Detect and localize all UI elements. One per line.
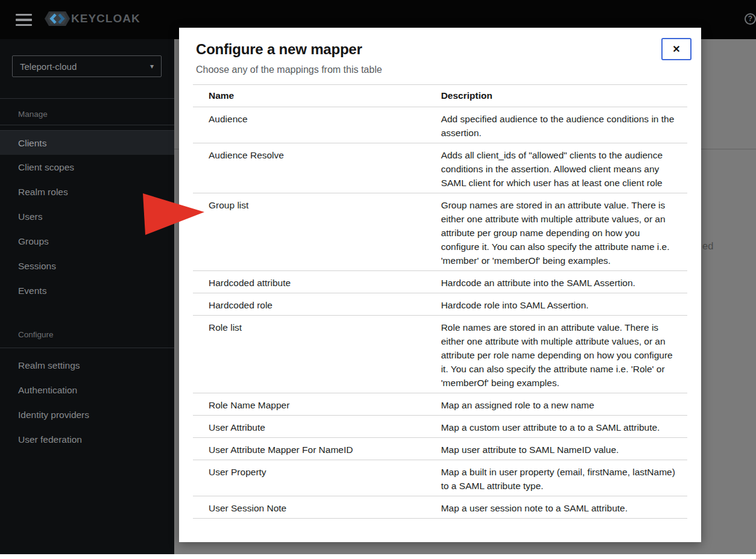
sidebar-item-authentication[interactable]: Authentication (0, 378, 174, 402)
mapper-table-wrap: Name Description AudienceAdd specified a… (193, 84, 687, 519)
logo-wordmark: KEYCLOAK (71, 12, 140, 25)
mapper-description-cell: Role names are stored in an attribute va… (425, 316, 687, 393)
table-row[interactable]: Role Name MapperMap an assigned role to … (193, 393, 687, 416)
table-header-row: Name Description (193, 85, 687, 107)
table-row[interactable]: Audience ResolveAdds all client_ids of "… (193, 143, 687, 193)
mapper-name-cell: Audience (193, 107, 425, 143)
mapper-description-cell: Map a user session note to a SAML attrib… (425, 496, 687, 519)
table-row[interactable]: Hardcoded attributeHardcode an attribute… (193, 271, 687, 293)
table-row[interactable]: Group listGroup names are stored in an a… (193, 193, 687, 271)
mapper-description-cell: Map user attribute to SAML NameID value. (425, 438, 687, 460)
mapper-table: Name Description AudienceAdd specified a… (193, 84, 687, 519)
mapper-description-cell: Map an assigned role to a new name (425, 393, 687, 416)
nav-group-configure: Realm settingsAuthenticationIdentity pro… (0, 353, 174, 452)
close-icon[interactable]: ✕ (661, 38, 691, 60)
mapper-description-cell: Hardcode role into SAML Assertion. (425, 293, 687, 316)
mapper-name-cell: Role Name Mapper (193, 393, 425, 416)
sidebar-item-client-scopes[interactable]: Client scopes (0, 155, 174, 180)
table-row[interactable]: Hardcoded roleHardcode role into SAML As… (193, 293, 687, 316)
modal-title: Configure a new mapper (196, 41, 653, 58)
sidebar-item-users[interactable]: Users (0, 204, 174, 229)
table-row[interactable]: AudienceAdd specified audience to the au… (193, 107, 687, 143)
column-header-name: Name (193, 85, 425, 107)
sidebar-item-clients[interactable]: Clients (0, 130, 174, 155)
sidebar-divider (0, 125, 174, 125)
mapper-name-cell: Audience Resolve (193, 143, 425, 193)
mapper-name-cell: User Attribute (193, 416, 425, 438)
modal-header: Configure a new mapper Choose any of the… (179, 28, 701, 75)
sidebar-divider (0, 98, 174, 99)
mapper-description-cell: Add specified audience to the audience c… (425, 107, 687, 143)
chevron-down-icon: ▾ (150, 62, 154, 70)
sidebar-item-groups[interactable]: Groups (0, 229, 174, 254)
hamburger-menu-icon[interactable] (16, 14, 32, 26)
mapper-description-cell: Map a custom user attribute to a to a SA… (425, 416, 687, 438)
mapper-name-cell: Role list (193, 316, 425, 393)
sidebar-divider (0, 348, 174, 348)
mapper-description-cell: Adds all client_ids of "allowed" clients… (425, 143, 687, 193)
table-row[interactable]: User AttributeMap a custom user attribut… (193, 416, 687, 438)
sidebar-item-user-federation[interactable]: User federation (0, 427, 174, 452)
table-row[interactable]: User Attribute Mapper For NameIDMap user… (193, 438, 687, 460)
sidebar-item-sessions[interactable]: Sessions (0, 254, 174, 278)
mapper-name-cell: User Session Note (193, 496, 425, 519)
mapper-name-cell: User Attribute Mapper For NameID (193, 438, 425, 460)
table-row[interactable]: User PropertyMap a built in user propert… (193, 460, 687, 496)
realm-selector-value: Teleport-cloud (20, 61, 77, 72)
keycloak-logo-icon (45, 10, 70, 28)
mapper-name-cell: User Property (193, 460, 425, 496)
configure-mapper-modal: Configure a new mapper Choose any of the… (179, 28, 701, 542)
keycloak-logo: KEYCLOAK (45, 10, 140, 28)
mapper-description-cell: Group names are stored in an attribute v… (425, 193, 687, 271)
sidebar-nav: Teleport-cloud ▾ Manage ClientsClient sc… (0, 39, 174, 554)
help-icon[interactable]: ? (745, 13, 756, 25)
mapper-description-cell: Map a built in user property (email, fir… (425, 460, 687, 496)
background-partial-text: ed (702, 240, 713, 252)
mapper-name-cell: Hardcoded role (193, 293, 425, 316)
table-row[interactable]: User Session NoteMap a user session note… (193, 496, 687, 519)
realm-selector[interactable]: Teleport-cloud ▾ (12, 55, 162, 77)
sidebar-item-identity-providers[interactable]: Identity providers (0, 402, 174, 427)
mapper-name-cell: Hardcoded attribute (193, 271, 425, 293)
column-header-description: Description (425, 85, 687, 107)
table-row[interactable]: Role listRole names are stored in an att… (193, 316, 687, 393)
nav-group-manage: ClientsClient scopesRealm rolesUsersGrou… (0, 130, 174, 303)
nav-section-label-manage: Manage (18, 110, 48, 119)
mapper-name-cell: Group list (193, 193, 425, 271)
sidebar-item-events[interactable]: Events (0, 278, 174, 303)
keycloak-admin-console: KEYCLOAK ? Teleport-cloud ▾ Manage Clien… (0, 0, 756, 554)
mapper-description-cell: Hardcode an attribute into the SAML Asse… (425, 271, 687, 293)
sidebar-item-realm-settings[interactable]: Realm settings (0, 353, 174, 378)
sidebar-item-realm-roles[interactable]: Realm roles (0, 180, 174, 204)
nav-section-label-configure: Configure (18, 330, 54, 339)
modal-subtitle: Choose any of the mappings from this tab… (196, 64, 653, 75)
